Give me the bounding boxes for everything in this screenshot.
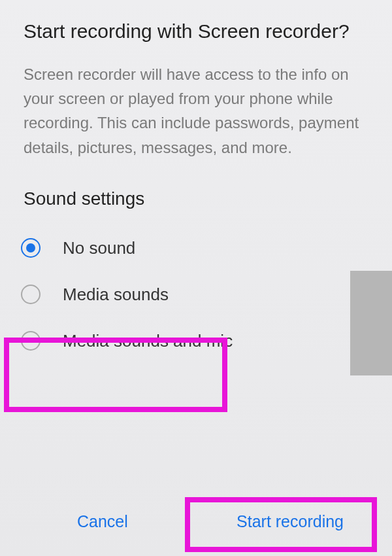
radio-option-media-sounds[interactable]: Media sounds xyxy=(7,271,385,318)
sound-options-group: No sound Media sounds Media sounds and m… xyxy=(0,225,392,364)
radio-label: Media sounds and mic xyxy=(63,331,233,351)
radio-icon xyxy=(21,285,41,304)
radio-option-no-sound[interactable]: No sound xyxy=(7,225,385,271)
dialog-actions: Cancel Start recording xyxy=(0,499,392,544)
radio-label: Media sounds xyxy=(63,285,169,305)
cancel-button[interactable]: Cancel xyxy=(65,499,140,544)
dialog-title: Start recording with Screen recorder? xyxy=(0,0,392,56)
radio-icon xyxy=(21,238,41,258)
dialog-body-text: Screen recorder will have access to the … xyxy=(0,56,392,175)
radio-label: No sound xyxy=(63,238,135,258)
radio-icon xyxy=(21,331,41,351)
start-recording-button[interactable]: Start recording xyxy=(225,499,355,544)
side-gray-block xyxy=(350,271,392,375)
radio-option-media-sounds-mic[interactable]: Media sounds and mic xyxy=(7,318,385,364)
sound-settings-heading: Sound settings xyxy=(0,175,392,225)
